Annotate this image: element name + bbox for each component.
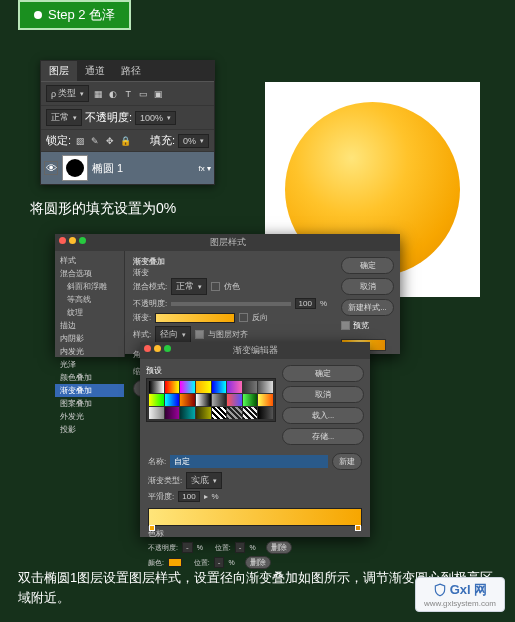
lock-paint-icon[interactable]: ✎ (89, 135, 101, 147)
fx-item-9[interactable]: 颜色叠加 (55, 371, 124, 384)
preset-swatch-7[interactable] (258, 381, 273, 393)
smooth-input[interactable]: 100 (178, 491, 199, 502)
fill-label: 填充: (150, 133, 175, 148)
color-swatch[interactable] (168, 558, 182, 567)
fx-item-11[interactable]: 图案叠加 (55, 397, 124, 410)
preset-swatch-6[interactable] (243, 381, 258, 393)
fx-item-5[interactable]: 描边 (55, 319, 124, 332)
ok-button[interactable]: 确定 (341, 257, 394, 274)
tab-channels[interactable]: 通道 (77, 61, 113, 81)
fill-value[interactable]: 0% (178, 134, 209, 148)
ge-cancel-button[interactable]: 取消 (282, 386, 364, 403)
preset-swatch-0[interactable] (149, 381, 164, 393)
fx-item-2[interactable]: 斜面和浮雕 (55, 280, 124, 293)
preset-swatch-23[interactable] (258, 407, 273, 419)
fx-item-7[interactable]: 内发光 (55, 345, 124, 358)
preview-check[interactable] (341, 321, 350, 330)
fx-item-10[interactable]: 渐变叠加 (55, 384, 124, 397)
sub-label: 渐变 (133, 267, 327, 278)
gradient-picker[interactable] (155, 313, 235, 323)
filter-pixel-icon[interactable]: ▦ (92, 88, 104, 100)
preset-grid[interactable] (146, 378, 276, 422)
ge-new-button[interactable]: 新建 (332, 453, 362, 470)
blend-mode-select[interactable]: 正常 (46, 109, 82, 126)
preset-swatch-12[interactable] (212, 394, 227, 406)
preset-swatch-21[interactable] (227, 407, 242, 419)
fx-item-6[interactable]: 内阴影 (55, 332, 124, 345)
tab-layers[interactable]: 图层 (41, 61, 77, 81)
preset-swatch-8[interactable] (149, 394, 164, 406)
fx-item-1[interactable]: 混合选项 (55, 267, 124, 280)
filter-shape-icon[interactable]: ▭ (137, 88, 149, 100)
preset-swatch-1[interactable] (165, 381, 180, 393)
layer-thumbnail (62, 155, 88, 181)
fx-item-0[interactable]: 样式 (55, 254, 124, 267)
color-stop-left[interactable] (149, 525, 155, 531)
ge-save-button[interactable]: 存储... (282, 428, 364, 445)
fx-item-3[interactable]: 等高线 (55, 293, 124, 306)
window-controls[interactable] (59, 237, 86, 244)
ge-window-controls[interactable] (144, 345, 171, 352)
tab-paths[interactable]: 路径 (113, 61, 149, 81)
step-dot (34, 11, 42, 19)
preset-swatch-5[interactable] (227, 381, 242, 393)
preset-swatch-19[interactable] (196, 407, 211, 419)
watermark: Gxl 网 www.gxlsystem.com (415, 577, 505, 612)
color-stop-right[interactable] (355, 525, 361, 531)
delete-opacity-stop[interactable]: 删除 (266, 541, 292, 554)
filter-smart-icon[interactable]: ▣ (152, 88, 164, 100)
step-label: Step 2 色泽 (48, 6, 115, 24)
fx-item-13[interactable]: 投影 (55, 423, 124, 436)
preset-swatch-2[interactable] (180, 381, 195, 393)
panel-tabs: 图层 通道 路径 (41, 61, 214, 82)
preset-swatch-18[interactable] (180, 407, 195, 419)
preset-swatch-9[interactable] (165, 394, 180, 406)
preset-swatch-13[interactable] (227, 394, 242, 406)
layer-row-ellipse1[interactable]: 👁 椭圆 1 fx ▾ (41, 152, 214, 184)
grad-name-input[interactable]: 自定 (170, 455, 328, 468)
opacity-value[interactable]: 100% (135, 111, 176, 125)
preset-swatch-11[interactable] (196, 394, 211, 406)
filter-type-icon[interactable]: T (122, 88, 134, 100)
fx-item-4[interactable]: 纹理 (55, 306, 124, 319)
opacity-input[interactable]: 100 (295, 298, 316, 309)
lock-label: 锁定: (46, 133, 71, 148)
preset-swatch-22[interactable] (243, 407, 258, 419)
preset-swatch-16[interactable] (149, 407, 164, 419)
dither-check[interactable] (211, 282, 220, 291)
opacity-label: 不透明度: (85, 110, 132, 125)
fx-indicator[interactable]: fx ▾ (199, 164, 211, 173)
filter-adjust-icon[interactable]: ◐ (107, 88, 119, 100)
ge-load-button[interactable]: 载入... (282, 407, 364, 424)
presets-label: 预设 (146, 365, 276, 376)
grad-type-select[interactable]: 实底 (186, 472, 222, 489)
fx-item-8[interactable]: 光泽 (55, 358, 124, 371)
reverse-check[interactable] (239, 313, 248, 322)
stops-label: 色标 (148, 528, 362, 539)
ge-titlebar[interactable]: 渐变编辑器 (140, 342, 370, 359)
visibility-icon[interactable]: 👁 (44, 161, 58, 175)
lock-pos-icon[interactable]: ✥ (104, 135, 116, 147)
layers-panel: 图层 通道 路径 ρ 类型 ▦ ◐ T ▭ ▣ 正常 不透明度: 100% 锁定… (40, 60, 215, 185)
preset-swatch-3[interactable] (196, 381, 211, 393)
preset-swatch-20[interactable] (212, 407, 227, 419)
align-check[interactable] (195, 330, 204, 339)
cancel-button[interactable]: 取消 (341, 278, 394, 295)
ge-ok-button[interactable]: 确定 (282, 365, 364, 382)
fx-item-12[interactable]: 外发光 (55, 410, 124, 423)
new-style-button[interactable]: 新建样式... (341, 299, 394, 316)
kind-select[interactable]: ρ 类型 (46, 85, 89, 102)
layer-name: 椭圆 1 (92, 161, 123, 176)
preset-swatch-14[interactable] (243, 394, 258, 406)
step-badge: Step 2 色泽 (18, 0, 131, 30)
preset-swatch-15[interactable] (258, 394, 273, 406)
preset-swatch-4[interactable] (212, 381, 227, 393)
preset-swatch-10[interactable] (180, 394, 195, 406)
lock-all-icon[interactable]: 🔒 (119, 135, 131, 147)
gradient-bar[interactable] (148, 508, 362, 526)
preset-swatch-17[interactable] (165, 407, 180, 419)
lock-trans-icon[interactable]: ▨ (74, 135, 86, 147)
grad-style-select[interactable]: 径向 (155, 326, 191, 343)
blend-select[interactable]: 正常 (171, 278, 207, 295)
dialog-titlebar[interactable]: 图层样式 (55, 234, 400, 251)
